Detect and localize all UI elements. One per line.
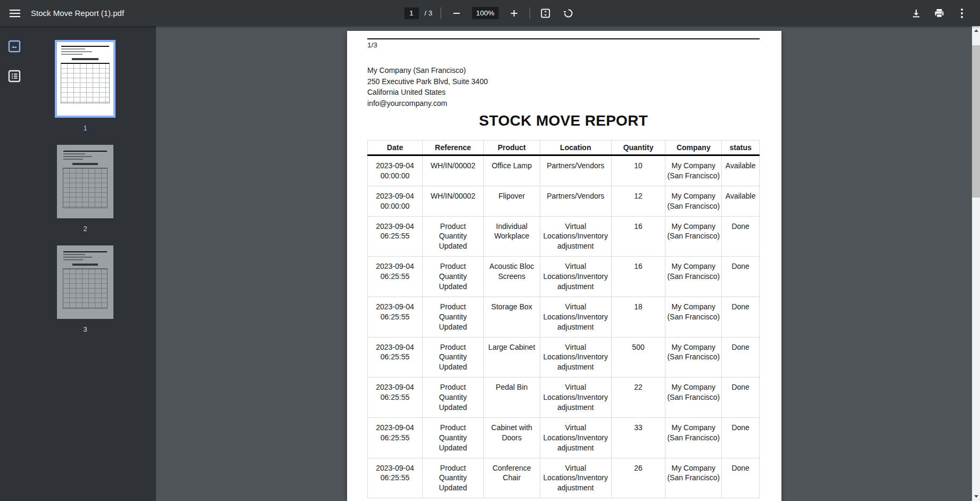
table-cell: 2023-09-04 06:25:55 xyxy=(368,458,423,498)
thumbnail-list: 123 xyxy=(32,40,138,346)
download-button[interactable] xyxy=(909,6,924,21)
scroll-up-button[interactable] xyxy=(972,26,980,35)
hamburger-icon xyxy=(10,9,20,18)
table-cell: Done xyxy=(722,377,760,418)
pdf-page: 1/3 My Company (San Francisco) 250 Execu… xyxy=(347,31,781,501)
zoom-level[interactable]: 100% xyxy=(472,7,499,19)
table-cell: 2023-09-04 06:25:55 xyxy=(368,257,423,297)
table-cell: WH/IN/00002 xyxy=(423,186,484,216)
table-cell: 2023-09-04 06:25:55 xyxy=(368,297,423,337)
fit-page-icon xyxy=(541,9,550,18)
table-row: 2023-09-04 06:25:55Product Quantity Upda… xyxy=(368,458,760,498)
scroll-down-button[interactable] xyxy=(972,492,980,501)
table-cell: Product Quantity Updated xyxy=(423,297,484,337)
thumbnail-page-number[interactable]: 2 xyxy=(83,225,87,233)
fit-to-page-button[interactable] xyxy=(538,6,553,21)
menu-button[interactable] xyxy=(7,6,22,21)
table-cell: My Company (San Francisco) xyxy=(665,297,722,337)
thumbnail-preview[interactable] xyxy=(57,145,113,218)
outline-view-button[interactable] xyxy=(7,69,22,84)
table-cell: Virtual Locations/Inventory adjustment xyxy=(540,377,611,418)
table-cell: My Company (San Francisco) xyxy=(665,417,722,458)
pdf-viewer: Stock Move Report (1).pdf / 3 100% xyxy=(0,0,980,501)
document-title: Stock Move Report (1).pdf xyxy=(31,9,124,18)
table-cell: Done xyxy=(722,216,760,257)
table-cell: Partners/Vendors xyxy=(540,186,611,216)
toolbar-divider xyxy=(440,7,441,19)
table-cell: 2023-09-04 06:25:55 xyxy=(368,337,423,377)
report-title: STOCK MOVE REPORT xyxy=(367,112,760,129)
thumbnail-view-button[interactable] xyxy=(7,39,22,54)
table-cell: 18 xyxy=(611,297,665,337)
rotate-icon xyxy=(564,9,573,18)
table-cell: Product Quantity Updated xyxy=(423,337,484,377)
table-cell: Product Quantity Updated xyxy=(423,417,484,458)
table-cell: Product Quantity Updated xyxy=(423,458,484,498)
more-options-button[interactable] xyxy=(954,6,969,21)
zoom-in-button[interactable] xyxy=(507,6,522,21)
table-cell: Product Quantity Updated xyxy=(423,257,484,297)
column-header: Location xyxy=(540,141,611,155)
thumbnail-item[interactable]: 2 xyxy=(57,145,113,233)
thumbnail-page-number[interactable]: 3 xyxy=(83,325,87,333)
page-number-input[interactable] xyxy=(404,7,418,19)
table-cell: WH/IN/00002 xyxy=(423,155,484,186)
table-cell: Large Cabinet xyxy=(483,337,540,377)
thumbnails-icon xyxy=(8,40,21,53)
table-cell: 2023-09-04 00:00:00 xyxy=(368,186,423,216)
table-cell: My Company (San Francisco) xyxy=(665,216,722,257)
table-cell: Cabinet with Doors xyxy=(483,417,540,458)
thumbnail-page-number[interactable]: 1 xyxy=(83,124,87,132)
table-row: 2023-09-04 06:25:55Product Quantity Upda… xyxy=(368,216,760,257)
plus-icon xyxy=(510,10,518,17)
thumbnail-item[interactable]: 1 xyxy=(55,40,116,132)
table-row: 2023-09-04 06:25:55Product Quantity Upda… xyxy=(368,297,760,337)
table-cell: 22 xyxy=(611,377,665,418)
table-cell: My Company (San Francisco) xyxy=(665,458,722,498)
table-cell: Flipover xyxy=(483,186,540,216)
download-icon xyxy=(911,9,921,18)
table-cell: Virtual Locations/Inventory adjustment xyxy=(540,297,611,337)
table-cell: Virtual Locations/Inventory adjustment xyxy=(540,257,611,297)
table-cell: 10 xyxy=(611,155,665,186)
table-cell: 500 xyxy=(611,337,665,377)
table-cell: Done xyxy=(722,257,760,297)
column-header: Quantity xyxy=(611,141,665,155)
company-block: My Company (San Francisco) 250 Executive… xyxy=(367,65,760,109)
table-row: 2023-09-04 06:25:55Product Quantity Upda… xyxy=(368,257,760,297)
table-cell: Available xyxy=(722,186,760,216)
column-header: status xyxy=(722,141,760,155)
table-cell: My Company (San Francisco) xyxy=(665,155,722,186)
thumbnail-preview[interactable] xyxy=(57,245,113,319)
vertical-scrollbar[interactable] xyxy=(972,26,980,501)
table-cell: 2023-09-04 00:00:00 xyxy=(368,155,423,186)
print-button[interactable] xyxy=(932,6,946,21)
table-cell: Storage Box xyxy=(483,297,540,337)
table-row: 2023-09-04 06:25:55Product Quantity Upda… xyxy=(368,377,760,418)
table-cell: 12 xyxy=(611,186,665,216)
company-email: info@yourcompany.com xyxy=(367,98,760,109)
thumbnail-preview[interactable] xyxy=(55,40,116,118)
table-row: 2023-09-04 00:00:00WH/IN/00002FlipoverPa… xyxy=(368,186,760,216)
toolbar-divider xyxy=(530,7,530,19)
table-cell: Virtual Locations/Inventory adjustment xyxy=(540,458,611,498)
arrow-up-icon xyxy=(974,29,978,32)
table-cell: Product Quantity Updated xyxy=(423,216,484,257)
table-row: 2023-09-04 06:25:55Product Quantity Upda… xyxy=(368,417,760,458)
sidebar-view-rail xyxy=(0,26,29,84)
table-cell: Partners/Vendors xyxy=(540,155,611,186)
rotate-button[interactable] xyxy=(561,6,576,21)
table-cell: Done xyxy=(722,337,760,377)
table-cell: Product Quantity Updated xyxy=(423,377,484,418)
document-viewport[interactable]: 1/3 My Company (San Francisco) 250 Execu… xyxy=(156,26,980,501)
arrow-down-icon xyxy=(974,495,978,498)
table-cell: Acoustic Bloc Screens xyxy=(483,257,540,297)
company-name: My Company (San Francisco) xyxy=(367,65,760,76)
scrollbar-thumb[interactable] xyxy=(972,45,980,198)
table-cell: My Company (San Francisco) xyxy=(665,337,722,377)
table-cell: Individual Workplace xyxy=(483,216,540,257)
column-header: Company xyxy=(665,141,722,155)
page-indicator: 1/3 xyxy=(367,41,760,49)
thumbnail-item[interactable]: 3 xyxy=(57,245,113,333)
zoom-out-button[interactable] xyxy=(449,6,464,21)
